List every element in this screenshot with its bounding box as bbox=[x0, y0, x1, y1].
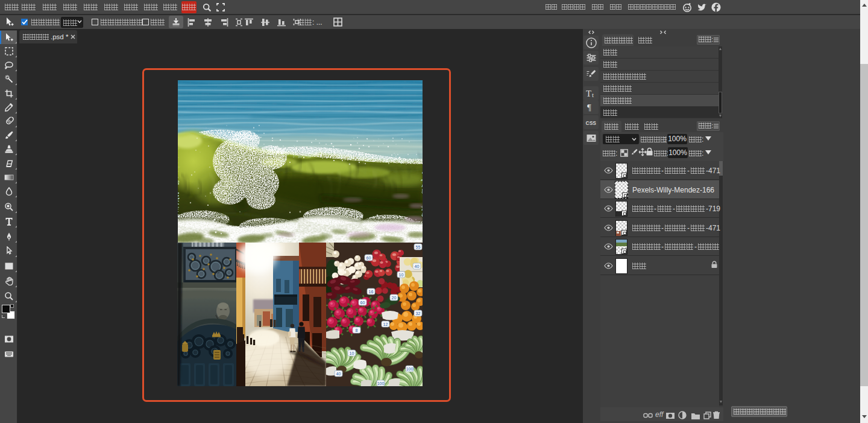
svg-text:T: T bbox=[586, 89, 591, 98]
svg-text:t: t bbox=[592, 91, 594, 98]
svg-text:¶: ¶ bbox=[587, 103, 591, 112]
svg-text:CSS: CSS bbox=[585, 119, 596, 125]
